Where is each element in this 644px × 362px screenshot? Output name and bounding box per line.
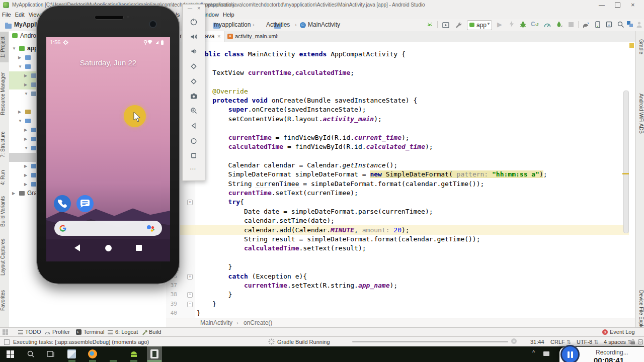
- toolwindow-button----project[interactable]: 1: Project: [0, 32, 9, 62]
- wrench-icon[interactable]: [454, 21, 462, 29]
- error-stripe-warning-icon[interactable]: [629, 43, 634, 48]
- breadcrumb-package[interactable]: myapplication: [214, 21, 251, 28]
- minimize-button[interactable]: —: [599, 0, 605, 10]
- device-manager-icon[interactable]: [594, 21, 601, 29]
- code-line-29[interactable]: Date date = simpleDateFormat.parse(curre…: [197, 207, 433, 216]
- code-line-36[interactable]: catch (Exception e){: [197, 272, 307, 281]
- start-button[interactable]: [7, 350, 14, 358]
- maximize-button[interactable]: [615, 3, 620, 8]
- cancel-build-icon[interactable]: ×: [511, 338, 517, 344]
- menu-file[interactable]: File: [1, 10, 13, 19]
- gradle-sync-icon[interactable]: [582, 21, 590, 29]
- encoding-selector[interactable]: UTF-8 ⇅: [577, 339, 598, 345]
- close-button[interactable]: ×: [631, 0, 635, 10]
- code-line-12[interactable]: public class MainActivity extends AppCom…: [197, 50, 406, 59]
- emulator-screen[interactable]: 1:56 Saturday, Jun 22: [46, 37, 170, 261]
- emulator-more-icon[interactable]: ⋯: [190, 165, 198, 173]
- fold-marker[interactable]: v: [187, 274, 193, 280]
- emulator-close-button[interactable]: ×: [197, 5, 200, 11]
- menu-help[interactable]: Help: [221, 10, 236, 19]
- fold-marker[interactable]: ^: [187, 302, 193, 307]
- toolwindow-button-favorites[interactable]: Favorites: [0, 285, 9, 316]
- editor-scrollbar[interactable]: [623, 90, 629, 233]
- toolwindow-terminal[interactable]: Terminal: [84, 329, 105, 335]
- emulator-home-icon[interactable]: [190, 137, 198, 145]
- tab-close-icon[interactable]: ×: [275, 31, 278, 42]
- phone-overview-button[interactable]: [136, 245, 142, 251]
- android-studio-app-icon[interactable]: [129, 349, 138, 358]
- phone-back-button[interactable]: [74, 244, 80, 251]
- indent-selector[interactable]: 4 spaces ⇅: [604, 339, 632, 345]
- code-line-38[interactable]: }: [197, 290, 232, 299]
- toolwindow-button-layout-captures[interactable]: Layout Captures: [0, 233, 9, 281]
- build-status-message[interactable]: Executing tasks: [:app:assembleDebug] (m…: [13, 339, 149, 345]
- gradle-daemon-icon[interactable]: [637, 338, 643, 345]
- toolwindow-button-android-wifi-adb[interactable]: Android WiFi ADB: [635, 84, 644, 143]
- code-line-35[interactable]: }: [197, 262, 232, 272]
- toolwindow-build[interactable]: Build: [149, 329, 161, 335]
- avd-manager-icon[interactable]: [426, 21, 434, 29]
- fold-marker[interactable]: v: [187, 200, 193, 205]
- avatar-icon[interactable]: [635, 21, 643, 29]
- tray-chevron-icon[interactable]: ^: [532, 349, 535, 355]
- profiler-icon[interactable]: [543, 21, 551, 28]
- apply-changes-icon[interactable]: [510, 21, 514, 27]
- toolwindow-button----run[interactable]: 4: Run: [0, 166, 9, 189]
- phone-app-icon[interactable]: [54, 195, 71, 212]
- toolwindow-logcat[interactable]: 6: Logcat: [115, 329, 138, 335]
- volume-down-icon[interactable]: [190, 47, 198, 55]
- breadcrumb-method-item[interactable]: onCreate(): [244, 319, 272, 326]
- code-line-30[interactable]: calendar.setTime(date);: [197, 216, 335, 225]
- search-everywhere-icon[interactable]: [617, 21, 625, 29]
- code-line-26[interactable]: String currenTimee = simpleDateFormat.fo…: [197, 179, 484, 189]
- emulator-overview-icon[interactable]: [190, 151, 198, 159]
- code-line-19[interactable]: setContentView(R.layout.activity_main);: [197, 115, 382, 124]
- task-view-icon[interactable]: [47, 350, 55, 358]
- code-line-40[interactable]: }: [197, 309, 201, 318]
- caret-position[interactable]: 31:44: [530, 339, 544, 345]
- toolwindow-button-gradle[interactable]: Gradle: [635, 32, 644, 61]
- stop-button[interactable]: [569, 22, 574, 27]
- toolwindow-todo[interactable]: TODO: [25, 329, 41, 335]
- code-line-31[interactable]: calendar.add(Calendar.MINUTE, amount: 20…: [197, 226, 410, 235]
- toolwindow-button----structure[interactable]: 7: Structure: [0, 127, 9, 162]
- attach-debugger-icon[interactable]: [555, 21, 563, 28]
- code-line-24[interactable]: Calendar calendar = Calendar.getInstance…: [197, 161, 397, 170]
- toolwindow-button-build-variants[interactable]: Build Variants: [0, 194, 9, 229]
- code-line-22[interactable]: calculatedTime = findViewById(R.id.calcu…: [197, 142, 433, 151]
- menu-edit[interactable]: Edit: [14, 10, 26, 19]
- device-preview-icon[interactable]: [442, 21, 450, 29]
- screenshot-camera-icon[interactable]: [190, 92, 198, 100]
- emulator-back-icon[interactable]: [190, 122, 198, 130]
- power-button-icon[interactable]: [190, 18, 198, 26]
- toolwindow-switcher-icon[interactable]: [3, 329, 8, 335]
- code-line-17[interactable]: protected void onCreate(Bundle savedInst…: [197, 96, 417, 105]
- code-line-25[interactable]: SimpleDateFormat simpleDateFormat = new …: [197, 170, 547, 179]
- toolwindow-profiler[interactable]: Profiler: [52, 329, 70, 335]
- debug-button[interactable]: [519, 21, 527, 28]
- phone-home-button[interactable]: [105, 245, 112, 251]
- coverage-icon[interactable]: C↺: [531, 21, 538, 28]
- code-line-28[interactable]: try{: [197, 198, 244, 207]
- taskbar-search-icon[interactable]: [27, 350, 35, 358]
- event-log-button[interactable]: Event Log: [610, 329, 635, 335]
- code-line-37[interactable]: currentTime.setText(R.string.app_name);: [197, 281, 397, 290]
- toolwindow-button-resource-manager[interactable]: Resource Manager: [0, 68, 9, 119]
- run-button[interactable]: ▶: [497, 21, 502, 28]
- google-search-bar[interactable]: [54, 221, 162, 236]
- breadcrumb-activities[interactable]: Activities: [266, 21, 290, 28]
- pause-recording-button[interactable]: [560, 345, 580, 362]
- line-separator-selector[interactable]: CRLF ⇅: [550, 339, 571, 345]
- sdk-manager-icon[interactable]: [605, 21, 613, 29]
- breadcrumb-class[interactable]: MainActivity: [308, 21, 340, 28]
- code-line-33[interactable]: calculatedTime.setText(result);: [197, 244, 366, 253]
- rotate-right-icon[interactable]: [190, 77, 198, 85]
- code-line-21[interactable]: currentTime = findViewById(R.id.current_…: [197, 133, 410, 142]
- code-line-39[interactable]: }: [197, 300, 216, 309]
- tray-keyboard-icon[interactable]: [543, 351, 549, 356]
- run-config-select[interactable]: app ▼: [467, 20, 492, 30]
- active-emulator-task[interactable]: [147, 346, 162, 362]
- zoom-icon[interactable]: [190, 107, 198, 115]
- volume-up-icon[interactable]: [190, 33, 198, 41]
- breadcrumb-class-item[interactable]: MainActivity: [200, 319, 232, 326]
